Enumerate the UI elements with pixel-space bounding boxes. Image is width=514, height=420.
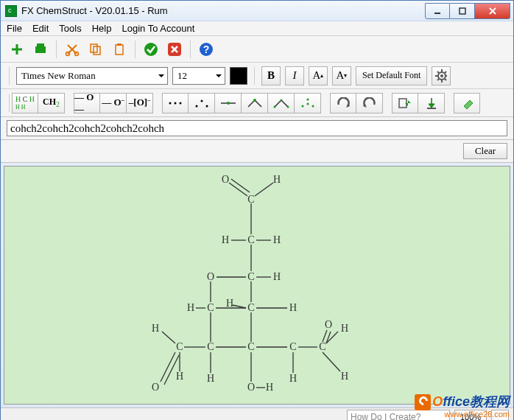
- menu-help[interactable]: Help: [92, 23, 112, 34]
- tool-group-history: [330, 93, 383, 113]
- font-color-swatch[interactable]: [230, 67, 247, 85]
- check-icon: [144, 42, 158, 57]
- x-icon: [167, 42, 182, 57]
- formula-input[interactable]: [7, 120, 507, 136]
- svg-text:?: ?: [203, 43, 210, 55]
- italic-button[interactable]: I: [285, 66, 304, 85]
- svg-point-45: [301, 105, 303, 107]
- tool-c-hh[interactable]: H C HH H: [12, 93, 38, 113]
- svg-line-31: [437, 79, 439, 80]
- plus-icon: [10, 42, 24, 57]
- undo-button[interactable]: [330, 93, 356, 113]
- undo-icon: [336, 97, 351, 109]
- separator: [9, 67, 10, 85]
- watermark-icon: [415, 394, 431, 410]
- help-button[interactable]: ?: [196, 40, 216, 59]
- window-controls: [425, 3, 510, 19]
- eraser-button[interactable]: [454, 93, 480, 113]
- clear-row: Clear: [1, 140, 513, 163]
- font-size-select[interactable]: 12: [172, 67, 225, 85]
- svg-point-34: [180, 102, 182, 104]
- tool-o-bracket[interactable]: –[O]–: [127, 93, 153, 113]
- angle-dots-icon: [272, 98, 290, 108]
- tool-bond-dot[interactable]: [215, 93, 242, 113]
- bold-button[interactable]: B: [261, 66, 281, 85]
- svg-point-47: [306, 102, 309, 105]
- atom-C2: C: [247, 234, 254, 246]
- menu-file[interactable]: File: [7, 23, 22, 34]
- atom-O4: O: [152, 382, 159, 393]
- atom-O5: O: [247, 382, 255, 393]
- tool-angle-dots[interactable]: [268, 93, 295, 113]
- accept-button[interactable]: [141, 40, 161, 59]
- menu-login[interactable]: Login To Account: [122, 23, 194, 34]
- tool-o-left[interactable]: — O–: [100, 93, 127, 113]
- svg-marker-54: [464, 100, 473, 109]
- svg-rect-16: [144, 43, 158, 56]
- atom-H4: H: [273, 271, 281, 283]
- atom-C4: C: [207, 302, 214, 314]
- svg-rect-15: [117, 43, 122, 46]
- tool-dots-alt[interactable]: [189, 93, 215, 113]
- font-family-select[interactable]: Times New Roman: [16, 67, 168, 85]
- cancel-button[interactable]: [164, 40, 185, 59]
- tool-group-carbon: H C HH H CH2: [12, 93, 65, 113]
- atom-H9: H: [341, 323, 348, 335]
- separator: [135, 41, 135, 58]
- tool-triangle-dots[interactable]: [295, 93, 321, 113]
- separator: [56, 41, 57, 58]
- copy-button[interactable]: [85, 40, 106, 59]
- atom-H14: H: [176, 371, 183, 382]
- add-button[interactable]: [7, 40, 27, 59]
- svg-point-36: [200, 99, 203, 102]
- tool-o[interactable]: — O —: [74, 93, 100, 113]
- svg-marker-52: [429, 98, 434, 108]
- dots-alt-icon: [193, 98, 211, 108]
- dots3-icon: [166, 99, 184, 107]
- svg-line-72: [162, 332, 175, 343]
- watermark-url: www.office26.com: [415, 410, 510, 419]
- atom-C9: C: [319, 341, 325, 353]
- menu-edit[interactable]: Edit: [32, 23, 49, 34]
- atom-H8: H: [152, 323, 159, 335]
- cut-button[interactable]: [62, 40, 82, 59]
- menu-tools[interactable]: Tools: [59, 23, 81, 34]
- close-button[interactable]: [475, 3, 510, 19]
- atom-H12: H: [341, 371, 348, 382]
- svg-point-42: [280, 99, 282, 101]
- font-bigger-button[interactable]: A▴: [309, 66, 328, 85]
- minimize-button[interactable]: [425, 3, 450, 19]
- set-default-font-button[interactable]: Set Default Font: [356, 66, 427, 85]
- copy-icon: [88, 42, 103, 57]
- gear-icon: [435, 69, 447, 83]
- atom-O1: O: [222, 174, 229, 186]
- tool-angle[interactable]: [242, 93, 268, 113]
- svg-line-55: [229, 183, 247, 196]
- svg-line-57: [255, 183, 273, 196]
- settings-button[interactable]: [432, 66, 451, 85]
- paste-icon: [112, 42, 127, 57]
- structure-canvas[interactable]: OHCHCHOCHHCCHHHCCCCCHOOHHHOHH: [4, 166, 510, 405]
- watermark-text: ffice教程网: [443, 394, 510, 409]
- export-button[interactable]: [392, 93, 418, 113]
- atom-O2: O: [207, 271, 214, 283]
- clear-button[interactable]: Clear: [463, 143, 507, 159]
- tool-ch2[interactable]: CH2: [38, 93, 65, 113]
- print-button[interactable]: [30, 40, 51, 59]
- paste-button[interactable]: [109, 40, 130, 59]
- maximize-button[interactable]: [450, 3, 475, 19]
- separator: [190, 41, 191, 58]
- tool-group-erase: [454, 93, 480, 113]
- atom-C6: C: [207, 341, 214, 353]
- atom-H13: H: [266, 382, 273, 393]
- atom-H3: H: [273, 234, 281, 246]
- download-button[interactable]: [418, 93, 445, 113]
- redo-button[interactable]: [356, 93, 383, 113]
- app-window: FX ChemStruct - V20.01.15 - Rum File Edi…: [0, 0, 514, 420]
- font-smaller-button[interactable]: A▾: [332, 66, 351, 85]
- tool-dots3[interactable]: [162, 93, 189, 113]
- atom-Cc: C: [247, 302, 254, 314]
- svg-rect-1: [460, 8, 465, 14]
- separator: [254, 67, 255, 85]
- svg-line-29: [445, 79, 446, 80]
